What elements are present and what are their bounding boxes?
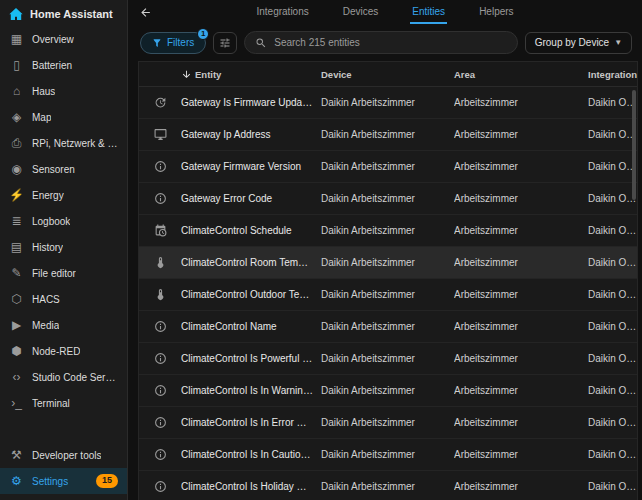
calendar-clock-icon (139, 224, 181, 237)
info-icon (139, 384, 181, 397)
filters-count-badge: 1 (197, 28, 209, 40)
table-row[interactable]: ClimateControl Room Temperature Daikin A… (139, 247, 637, 279)
lightning-icon: ⚡ (9, 189, 24, 201)
toolbar: Filters 1 Group by Device ▼ (128, 24, 642, 61)
pencil-icon: ✎ (9, 267, 24, 279)
top-bar: Integrations Devices Entities Helpers (128, 0, 642, 24)
media-play-icon: ▶ (9, 319, 24, 331)
code-icon: ‹› (9, 371, 24, 383)
monitor-icon (139, 128, 181, 141)
update-icon (139, 96, 181, 109)
filter-funnel-icon (152, 38, 162, 48)
chevron-down-icon: ▼ (614, 38, 622, 47)
gear-icon: ⚙ (9, 475, 24, 487)
hacs-store-icon: ⬡ (9, 293, 24, 305)
notification-badge: 15 (96, 474, 118, 488)
main-panel: Integrations Devices Entities Helpers Fi… (128, 0, 642, 500)
hammer-icon: ⚒ (9, 449, 24, 461)
logbook-icon: ≣ (9, 215, 24, 227)
view-dashboard-icon: ▦ (9, 33, 24, 45)
back-button[interactable] (128, 0, 162, 24)
sidebar-item-terminal[interactable]: ›_ Terminal (0, 390, 127, 416)
app-title: Home Assistant (30, 8, 113, 20)
sidebar-item-hacs[interactable]: ⬡ HACS (0, 286, 127, 312)
sidebar-item-node-red[interactable]: ⬢ Node-RED (0, 338, 127, 364)
home-icon: ⌂ (9, 85, 24, 97)
antenna-icon: ◉ (9, 163, 24, 175)
sort-arrow-down-icon (181, 69, 192, 80)
table-row[interactable]: ClimateControl Is In Caution State Daiki… (139, 439, 637, 471)
tab-helpers[interactable]: Helpers (477, 0, 515, 24)
sidebar: Home Assistant ▦ Overview ▯ Batterien ⌂ … (0, 0, 128, 500)
sidebar-item-energy[interactable]: ⚡ Energy (0, 182, 127, 208)
tab-entities[interactable]: Entities (410, 0, 447, 24)
sidebar-bottom-items: ⚒ Developer tools ⚙ Settings 15 (0, 442, 127, 500)
search-icon (255, 37, 267, 49)
group-by-label: Group by Device (535, 37, 609, 48)
table-body: Gateway Is Firmware Update Suppor... Dai… (139, 87, 637, 500)
sidebar-item-logbook[interactable]: ≣ Logbook (0, 208, 127, 234)
column-header-entity[interactable]: Entity (181, 69, 321, 80)
info-icon (139, 160, 181, 173)
table-row[interactable]: ClimateControl Outdoor Temperature Daiki… (139, 279, 637, 311)
sidebar-item-rpi-netzwerk-drucker[interactable]: ⎙ RPi, Netzwerk & Drucker (0, 130, 127, 156)
app-window: Home Assistant ▦ Overview ▯ Batterien ⌂ … (0, 0, 642, 500)
info-icon (139, 320, 181, 333)
sidebar-item-studio-code-server[interactable]: ‹› Studio Code Server (0, 364, 127, 390)
table-row[interactable]: ClimateControl Is In Error State Daikin … (139, 407, 637, 439)
table-row[interactable]: Gateway Ip Address Daikin Arbeitszimmer … (139, 119, 637, 151)
sidebar-item-developer-tools[interactable]: ⚒ Developer tools (0, 442, 127, 468)
entities-table: Entity Device Area Integration Gateway I… (138, 61, 638, 500)
tab-integrations[interactable]: Integrations (254, 0, 310, 24)
map-icon: ◈ (9, 111, 24, 123)
table-row[interactable]: Gateway Firmware Version Daikin Arbeitsz… (139, 151, 637, 183)
filters-button[interactable]: Filters 1 (140, 32, 206, 54)
battery-icon: ▯ (9, 59, 24, 71)
table-row[interactable]: ClimateControl Is Holiday Mode Acti... D… (139, 471, 637, 500)
group-by-dropdown[interactable]: Group by Device ▼ (525, 32, 632, 54)
sidebar-item-file-editor[interactable]: ✎ File editor (0, 260, 127, 286)
sidebar-item-batterien[interactable]: ▯ Batterien (0, 52, 127, 78)
app-header: Home Assistant (0, 0, 127, 26)
column-header-device[interactable]: Device (321, 69, 454, 80)
home-assistant-logo-icon (8, 6, 24, 22)
node-red-icon: ⬢ (9, 345, 24, 357)
tune-icon (219, 37, 231, 49)
table-row[interactable]: ClimateControl Is In Warning State Daiki… (139, 375, 637, 407)
info-icon (139, 480, 181, 493)
printer-icon: ⎙ (9, 137, 24, 149)
column-settings-button[interactable] (213, 32, 237, 54)
sidebar-item-overview[interactable]: ▦ Overview (0, 26, 127, 52)
topbar-spacer (608, 0, 642, 24)
tab-bar: Integrations Devices Entities Helpers (162, 0, 608, 24)
column-header-integration[interactable]: Integration (588, 69, 637, 80)
info-icon (139, 352, 181, 365)
sidebar-item-history[interactable]: ▤ History (0, 234, 127, 260)
table-header-row: Entity Device Area Integration (139, 62, 637, 87)
info-icon (139, 192, 181, 205)
column-header-area[interactable]: Area (454, 69, 588, 80)
thermometer-icon (139, 288, 181, 301)
table-row[interactable]: ClimateControl Name Daikin Arbeitszimmer… (139, 311, 637, 343)
sidebar-item-media[interactable]: ▶ Media (0, 312, 127, 338)
table-row[interactable]: ClimateControl Schedule Daikin Arbeitszi… (139, 215, 637, 247)
history-chart-icon: ▤ (9, 241, 24, 253)
terminal-icon: ›_ (9, 397, 24, 409)
search-input[interactable] (274, 37, 506, 48)
sidebar-item-haus[interactable]: ⌂ Haus (0, 78, 127, 104)
table-row[interactable]: Gateway Error Code Daikin Arbeitszimmer … (139, 183, 637, 215)
sidebar-item-settings[interactable]: ⚙ Settings 15 (0, 468, 127, 494)
search-box (244, 31, 517, 54)
scrollbar-thumb[interactable] (632, 90, 636, 200)
info-icon (139, 448, 181, 461)
thermometer-icon (139, 256, 181, 269)
arrow-left-icon (139, 6, 152, 19)
filters-label: Filters (167, 37, 194, 48)
tab-devices[interactable]: Devices (341, 0, 381, 24)
sidebar-item-map[interactable]: ◈ Map (0, 104, 127, 130)
sidebar-items: ▦ Overview ▯ Batterien ⌂ Haus ◈ Map ⎙ RP… (0, 26, 127, 416)
table-row[interactable]: ClimateControl Is Powerful Mode Ac... Da… (139, 343, 637, 375)
info-icon (139, 416, 181, 429)
table-row[interactable]: Gateway Is Firmware Update Suppor... Dai… (139, 87, 637, 119)
sidebar-item-sensoren[interactable]: ◉ Sensoren (0, 156, 127, 182)
